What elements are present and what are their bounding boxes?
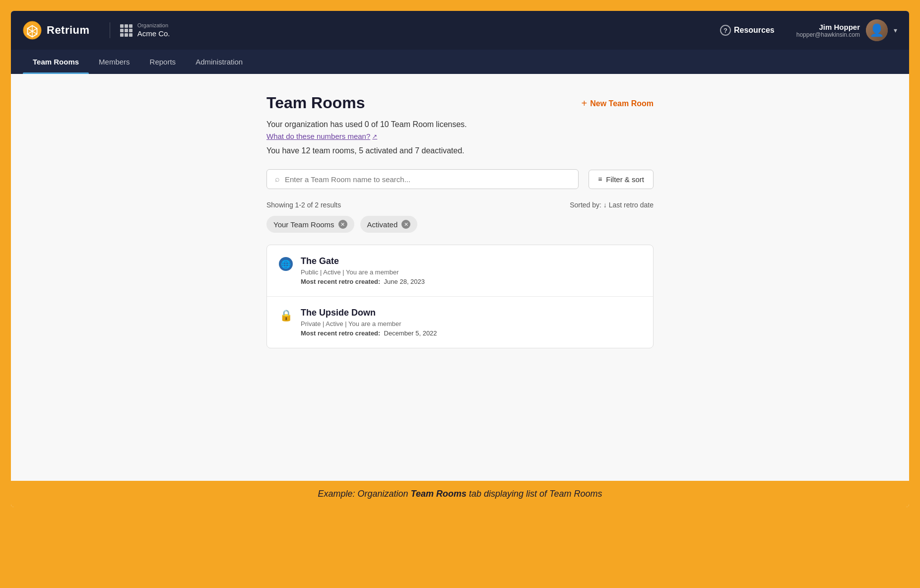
room-name: The Gate bbox=[301, 256, 641, 266]
nav-item-reports[interactable]: Reports bbox=[140, 50, 186, 74]
filter-sort-button[interactable]: ≡ Filter & sort bbox=[589, 170, 654, 189]
rooms-list: 🌐 The Gate Public | Active | You are a m… bbox=[266, 245, 654, 348]
page-title: Team Rooms bbox=[266, 94, 582, 112]
results-row: Showing 1-2 of 2 results Sorted by: ↓ La… bbox=[266, 201, 654, 209]
search-input[interactable] bbox=[285, 175, 570, 184]
nav-item-members[interactable]: Members bbox=[89, 50, 140, 74]
remove-your-team-rooms-tag[interactable]: ✕ bbox=[338, 220, 347, 229]
nav-bar: Team Rooms Members Reports Administratio… bbox=[11, 50, 909, 74]
bottom-caption: Example: Organization Team Rooms tab dis… bbox=[11, 481, 909, 507]
external-link-icon: ↗ bbox=[372, 133, 377, 140]
user-name: Jim Hopper bbox=[796, 23, 860, 31]
avatar-image bbox=[866, 19, 888, 41]
sort-info: Sorted by: ↓ Last retro date bbox=[570, 201, 654, 209]
user-info: Jim Hopper hopper@hawkinsin.com bbox=[796, 23, 860, 38]
room-meta: Private | Active | You are a member bbox=[301, 320, 641, 327]
logo-area: Retrium bbox=[23, 21, 90, 40]
room-item-the-upside-down[interactable]: 🔒 The Upside Down Private | Active | You… bbox=[267, 297, 653, 348]
top-bar: Retrium Organization Acme Co. ? Resource… bbox=[11, 11, 909, 50]
app-name: Retrium bbox=[47, 24, 90, 37]
help-icon: ? bbox=[720, 25, 731, 36]
org-grid-icon bbox=[120, 24, 132, 37]
globe-icon: 🌐 bbox=[279, 257, 293, 271]
org-area: Organization Acme Co. bbox=[110, 22, 170, 38]
search-icon: ⌕ bbox=[275, 175, 280, 184]
nav-item-administration[interactable]: Administration bbox=[186, 50, 253, 74]
results-count: Showing 1-2 of 2 results bbox=[266, 201, 341, 209]
new-team-room-button[interactable]: + New Team Room bbox=[582, 94, 654, 109]
user-email: hopper@hawkinsin.com bbox=[796, 31, 860, 38]
header-left: Team Rooms Your organization has used 0 … bbox=[266, 94, 582, 169]
user-menu-chevron[interactable]: ▾ bbox=[894, 26, 897, 34]
room-icon-lock: 🔒 bbox=[279, 309, 293, 323]
license-link[interactable]: What do these numbers mean? ↗ bbox=[266, 132, 377, 140]
app-frame: Retrium Organization Acme Co. ? Resource… bbox=[9, 9, 911, 509]
search-filter-row: ⌕ ≡ Filter & sort bbox=[266, 169, 654, 189]
content-inner: Team Rooms Your organization has used 0 … bbox=[247, 94, 673, 348]
plus-icon: + bbox=[582, 98, 588, 109]
page-header-row: Team Rooms Your organization has used 0 … bbox=[266, 94, 654, 169]
user-area: Jim Hopper hopper@hawkinsin.com ▾ bbox=[796, 19, 897, 41]
license-info: Your organization has used 0 of 10 Team … bbox=[266, 120, 582, 129]
retrium-logo-icon bbox=[23, 21, 42, 40]
search-box: ⌕ bbox=[266, 169, 579, 189]
room-details-the-upside-down: The Upside Down Private | Active | You a… bbox=[301, 308, 641, 337]
remove-activated-tag[interactable]: ✕ bbox=[401, 220, 410, 229]
room-retro: Most recent retro created: June 28, 2023 bbox=[301, 278, 641, 285]
room-meta: Public | Active | You are a member bbox=[301, 268, 641, 276]
room-retro: Most recent retro created: December 5, 2… bbox=[301, 329, 641, 337]
org-info: Organization Acme Co. bbox=[137, 22, 170, 38]
filter-icon: ≡ bbox=[598, 175, 602, 183]
rooms-summary: You have 12 team rooms, 5 activated and … bbox=[266, 146, 582, 155]
room-details-the-gate: The Gate Public | Active | You are a mem… bbox=[301, 256, 641, 285]
room-name: The Upside Down bbox=[301, 308, 641, 318]
nav-item-team-rooms[interactable]: Team Rooms bbox=[23, 50, 89, 74]
avatar[interactable] bbox=[866, 19, 888, 41]
room-icon-globe: 🌐 bbox=[279, 257, 293, 271]
filter-tag-your-team-rooms[interactable]: Your Team Rooms ✕ bbox=[266, 216, 354, 233]
resources-button[interactable]: ? Resources bbox=[720, 25, 775, 36]
room-item-the-gate[interactable]: 🌐 The Gate Public | Active | You are a m… bbox=[267, 245, 653, 297]
lock-icon: 🔒 bbox=[279, 309, 293, 323]
filter-tags: Your Team Rooms ✕ Activated ✕ bbox=[266, 216, 654, 233]
filter-tag-activated[interactable]: Activated ✕ bbox=[360, 216, 418, 233]
main-content: Team Rooms Your organization has used 0 … bbox=[11, 74, 909, 481]
